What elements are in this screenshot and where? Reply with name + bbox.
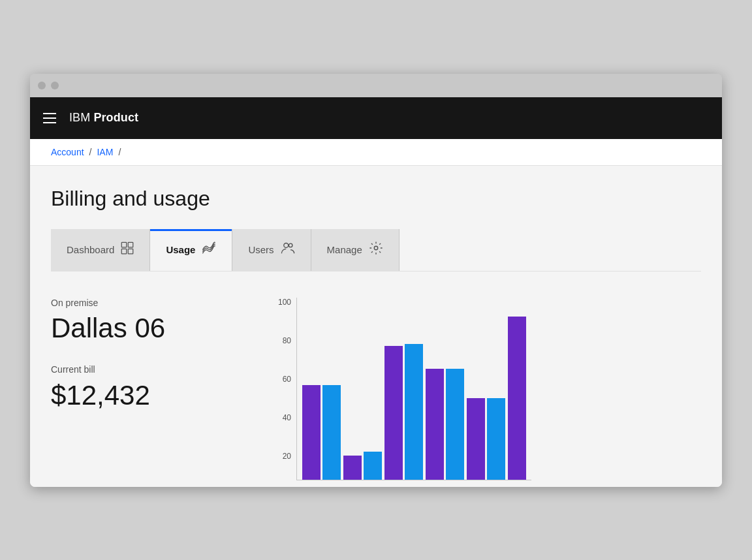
bar-3-cyan xyxy=(405,344,423,480)
dashboard-icon xyxy=(121,241,134,258)
bar-group-6 xyxy=(508,317,526,480)
tabs-container: Dashboard Usage xyxy=(51,229,701,272)
breadcrumb-iam[interactable]: IAM xyxy=(97,147,113,157)
usage-icon xyxy=(202,241,216,258)
bar-4-cyan xyxy=(446,369,464,480)
nav-title-bold: Product xyxy=(93,111,138,124)
page-title: Billing and usage xyxy=(51,187,701,211)
bar-2-purple xyxy=(343,456,362,480)
tab-dashboard[interactable]: Dashboard xyxy=(51,229,150,271)
svg-point-4 xyxy=(283,243,288,247)
bar-group-1 xyxy=(302,385,341,480)
chart-bars-area xyxy=(296,298,531,480)
breadcrumb-account[interactable]: Account xyxy=(51,147,84,157)
bar-2-cyan xyxy=(364,452,382,480)
svg-rect-2 xyxy=(129,242,134,247)
app-container: IBM Product Account / IAM / Billing and … xyxy=(30,97,722,487)
svg-point-6 xyxy=(374,246,378,250)
main-content: Billing and usage Dashboard xyxy=(30,166,722,487)
browser-window: IBM Product Account / IAM / Billing and … xyxy=(30,74,722,487)
tab-usage[interactable]: Usage xyxy=(150,229,232,271)
y-label-20: 20 xyxy=(283,452,291,461)
bar-3-purple xyxy=(384,346,403,480)
tab-manage-label: Manage xyxy=(327,244,362,255)
browser-dot-2 xyxy=(51,82,59,89)
info-panel: On premise Dallas 06 Current bill $12,43… xyxy=(51,298,247,487)
tab-dashboard-label: Dashboard xyxy=(67,244,114,255)
content-area: On premise Dallas 06 Current bill $12,43… xyxy=(51,272,701,487)
svg-point-5 xyxy=(289,243,292,247)
bar-5-cyan xyxy=(487,398,505,480)
top-nav: IBM Product xyxy=(30,97,722,139)
chart-container: 100 80 60 40 20 xyxy=(273,298,701,487)
tab-usage-label: Usage xyxy=(166,244,195,255)
breadcrumb: Account / IAM / xyxy=(30,139,722,166)
breadcrumb-sep-2: / xyxy=(118,147,121,157)
svg-rect-1 xyxy=(122,249,127,254)
nav-title-normal: IBM xyxy=(69,111,93,124)
bar-group-5 xyxy=(467,398,505,480)
tab-manage[interactable]: Manage xyxy=(311,229,400,271)
bar-4-purple xyxy=(426,369,444,480)
users-icon xyxy=(281,241,295,258)
bar-6-purple xyxy=(508,317,526,480)
bar-group-3 xyxy=(384,344,423,480)
tab-users[interactable]: Users xyxy=(232,229,311,271)
bar-group-4 xyxy=(426,369,464,480)
y-label-80: 80 xyxy=(283,336,291,345)
tab-users-label: Users xyxy=(248,244,274,255)
location-label: On premise xyxy=(51,298,247,308)
y-label-100: 100 xyxy=(278,298,291,307)
bill-label: Current bill xyxy=(51,364,247,375)
svg-rect-3 xyxy=(129,249,134,254)
y-label-40: 40 xyxy=(283,413,291,422)
breadcrumb-sep-1: / xyxy=(89,147,92,157)
browser-dot-1 xyxy=(38,82,46,89)
y-label-60: 60 xyxy=(283,375,291,384)
location-value: Dallas 06 xyxy=(51,313,247,343)
bill-value: $12,432 xyxy=(51,380,247,411)
bar-group-2 xyxy=(343,452,382,480)
svg-rect-0 xyxy=(122,242,127,247)
nav-title: IBM Product xyxy=(69,111,138,125)
hamburger-menu-button[interactable] xyxy=(40,110,59,126)
chart-y-axis: 100 80 60 40 20 xyxy=(273,298,296,461)
bar-5-purple xyxy=(467,398,485,480)
bar-1-purple xyxy=(302,385,321,480)
bar-1-cyan xyxy=(322,385,341,480)
manage-icon xyxy=(369,241,383,258)
browser-chrome xyxy=(30,74,722,97)
